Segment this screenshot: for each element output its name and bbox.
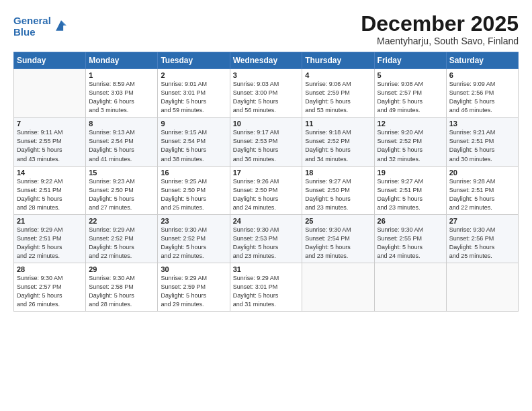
day-info: Sunrise: 9:30 AM Sunset: 2:53 PM Dayligh…: [233, 226, 300, 261]
table-row: 11Sunrise: 9:18 AM Sunset: 2:52 PM Dayli…: [302, 118, 374, 166]
table-row: 7Sunrise: 9:11 AM Sunset: 2:55 PM Daylig…: [14, 118, 86, 166]
day-number: 22: [89, 217, 154, 225]
day-number: 4: [305, 71, 371, 79]
header: General Blue December 2025 Maentyharju, …: [13, 12, 519, 46]
day-number: 3: [233, 71, 300, 79]
day-number: 10: [233, 120, 300, 128]
day-number: 15: [89, 169, 154, 177]
day-info: Sunrise: 9:21 AM Sunset: 2:51 PM Dayligh…: [449, 128, 515, 163]
day-number: 1: [89, 71, 154, 79]
day-number: 23: [161, 217, 226, 225]
calendar-week-row: 21Sunrise: 9:29 AM Sunset: 2:51 PM Dayli…: [14, 214, 519, 263]
table-row: 18Sunrise: 9:27 AM Sunset: 2:50 PM Dayli…: [302, 166, 374, 214]
day-number: 29: [89, 265, 154, 273]
day-number: 31: [233, 265, 300, 273]
table-row: 25Sunrise: 9:30 AM Sunset: 2:54 PM Dayli…: [302, 214, 374, 263]
table-row: 22Sunrise: 9:29 AM Sunset: 2:52 PM Dayli…: [86, 214, 158, 263]
table-row: 2Sunrise: 9:01 AM Sunset: 3:01 PM Daylig…: [158, 69, 230, 118]
day-info: Sunrise: 9:11 AM Sunset: 2:55 PM Dayligh…: [17, 128, 83, 163]
day-info: Sunrise: 9:09 AM Sunset: 2:56 PM Dayligh…: [449, 80, 515, 115]
page: General Blue December 2025 Maentyharju, …: [0, 0, 532, 411]
day-info: Sunrise: 9:06 AM Sunset: 2:59 PM Dayligh…: [305, 80, 371, 115]
table-row: 10Sunrise: 9:17 AM Sunset: 2:53 PM Dayli…: [230, 118, 302, 166]
day-info: Sunrise: 9:25 AM Sunset: 2:50 PM Dayligh…: [161, 177, 226, 212]
day-info: Sunrise: 9:30 AM Sunset: 2:58 PM Dayligh…: [89, 274, 154, 309]
day-info: Sunrise: 9:15 AM Sunset: 2:54 PM Dayligh…: [161, 128, 226, 163]
table-row: 4Sunrise: 9:06 AM Sunset: 2:59 PM Daylig…: [302, 69, 374, 118]
day-number: 9: [161, 120, 226, 128]
calendar-header-row: Sunday Monday Tuesday Wednesday Thursday…: [14, 52, 519, 69]
table-row: 1Sunrise: 8:59 AM Sunset: 3:03 PM Daylig…: [86, 69, 158, 118]
table-row: 3Sunrise: 9:03 AM Sunset: 3:00 PM Daylig…: [230, 69, 302, 118]
col-monday: Monday: [86, 52, 158, 69]
table-row: 5Sunrise: 9:08 AM Sunset: 2:57 PM Daylig…: [374, 69, 446, 118]
day-info: Sunrise: 9:30 AM Sunset: 2:55 PM Dayligh…: [378, 226, 443, 261]
day-info: Sunrise: 9:22 AM Sunset: 2:51 PM Dayligh…: [17, 177, 83, 212]
day-number: 12: [378, 120, 443, 128]
logo: General Blue: [13, 15, 69, 38]
table-row: 6Sunrise: 9:09 AM Sunset: 2:56 PM Daylig…: [446, 69, 518, 118]
table-row: [374, 263, 446, 311]
day-number: 14: [17, 169, 83, 177]
day-number: 28: [17, 265, 83, 273]
table-row: 21Sunrise: 9:29 AM Sunset: 2:51 PM Dayli…: [14, 214, 86, 263]
table-row: 30Sunrise: 9:29 AM Sunset: 2:59 PM Dayli…: [158, 263, 230, 311]
logo-icon: [54, 18, 69, 33]
day-number: 26: [378, 217, 443, 225]
day-number: 7: [17, 120, 83, 128]
col-tuesday: Tuesday: [158, 52, 230, 69]
day-info: Sunrise: 9:30 AM Sunset: 2:52 PM Dayligh…: [161, 226, 226, 261]
table-row: 9Sunrise: 9:15 AM Sunset: 2:54 PM Daylig…: [158, 118, 230, 166]
table-row: 28Sunrise: 9:30 AM Sunset: 2:57 PM Dayli…: [14, 263, 86, 311]
logo-text-line2: Blue: [13, 26, 51, 38]
col-friday: Friday: [374, 52, 446, 69]
day-number: 21: [17, 217, 83, 225]
day-info: Sunrise: 9:29 AM Sunset: 2:51 PM Dayligh…: [17, 226, 83, 261]
day-number: 24: [233, 217, 300, 225]
day-number: 5: [378, 71, 443, 79]
table-row: 17Sunrise: 9:26 AM Sunset: 2:50 PM Dayli…: [230, 166, 302, 214]
col-thursday: Thursday: [302, 52, 374, 69]
table-row: 13Sunrise: 9:21 AM Sunset: 2:51 PM Dayli…: [446, 118, 518, 166]
day-info: Sunrise: 9:29 AM Sunset: 3:01 PM Dayligh…: [233, 274, 300, 309]
day-info: Sunrise: 9:29 AM Sunset: 2:59 PM Dayligh…: [161, 274, 226, 309]
table-row: 29Sunrise: 9:30 AM Sunset: 2:58 PM Dayli…: [86, 263, 158, 311]
title-block: December 2025 Maentyharju, South Savo, F…: [361, 12, 519, 46]
table-row: 15Sunrise: 9:23 AM Sunset: 2:50 PM Dayli…: [86, 166, 158, 214]
table-row: 12Sunrise: 9:20 AM Sunset: 2:52 PM Dayli…: [374, 118, 446, 166]
day-number: 30: [161, 265, 226, 273]
day-number: 13: [449, 120, 515, 128]
subtitle: Maentyharju, South Savo, Finland: [361, 36, 519, 46]
day-info: Sunrise: 9:27 AM Sunset: 2:51 PM Dayligh…: [378, 177, 443, 212]
day-info: Sunrise: 9:30 AM Sunset: 2:57 PM Dayligh…: [17, 274, 83, 309]
day-info: Sunrise: 9:30 AM Sunset: 2:56 PM Dayligh…: [449, 226, 515, 261]
day-info: Sunrise: 9:13 AM Sunset: 2:54 PM Dayligh…: [89, 128, 154, 163]
day-number: 8: [89, 120, 154, 128]
col-saturday: Saturday: [446, 52, 518, 69]
day-info: Sunrise: 9:28 AM Sunset: 2:51 PM Dayligh…: [449, 177, 515, 212]
day-number: 20: [449, 169, 515, 177]
calendar-week-row: 14Sunrise: 9:22 AM Sunset: 2:51 PM Dayli…: [14, 166, 519, 214]
day-number: 6: [449, 71, 515, 79]
table-row: 23Sunrise: 9:30 AM Sunset: 2:52 PM Dayli…: [158, 214, 230, 263]
day-number: 11: [305, 120, 371, 128]
day-info: Sunrise: 9:29 AM Sunset: 2:52 PM Dayligh…: [89, 226, 154, 261]
day-info: Sunrise: 9:08 AM Sunset: 2:57 PM Dayligh…: [378, 80, 443, 115]
day-info: Sunrise: 9:01 AM Sunset: 3:01 PM Dayligh…: [161, 80, 226, 115]
table-row: [14, 69, 86, 118]
day-info: Sunrise: 9:20 AM Sunset: 2:52 PM Dayligh…: [378, 128, 443, 163]
table-row: [446, 263, 518, 311]
day-info: Sunrise: 9:18 AM Sunset: 2:52 PM Dayligh…: [305, 128, 371, 163]
day-number: 25: [305, 217, 371, 225]
day-number: 2: [161, 71, 226, 79]
day-number: 19: [378, 169, 443, 177]
calendar-week-row: 7Sunrise: 9:11 AM Sunset: 2:55 PM Daylig…: [14, 118, 519, 166]
day-number: 18: [305, 169, 371, 177]
day-info: Sunrise: 9:30 AM Sunset: 2:54 PM Dayligh…: [305, 226, 371, 261]
day-info: Sunrise: 9:23 AM Sunset: 2:50 PM Dayligh…: [89, 177, 154, 212]
day-info: Sunrise: 9:17 AM Sunset: 2:53 PM Dayligh…: [233, 128, 300, 163]
day-number: 17: [233, 169, 300, 177]
day-info: Sunrise: 9:03 AM Sunset: 3:00 PM Dayligh…: [233, 80, 300, 115]
logo-text-line1: General: [13, 15, 51, 26]
table-row: 20Sunrise: 9:28 AM Sunset: 2:51 PM Dayli…: [446, 166, 518, 214]
